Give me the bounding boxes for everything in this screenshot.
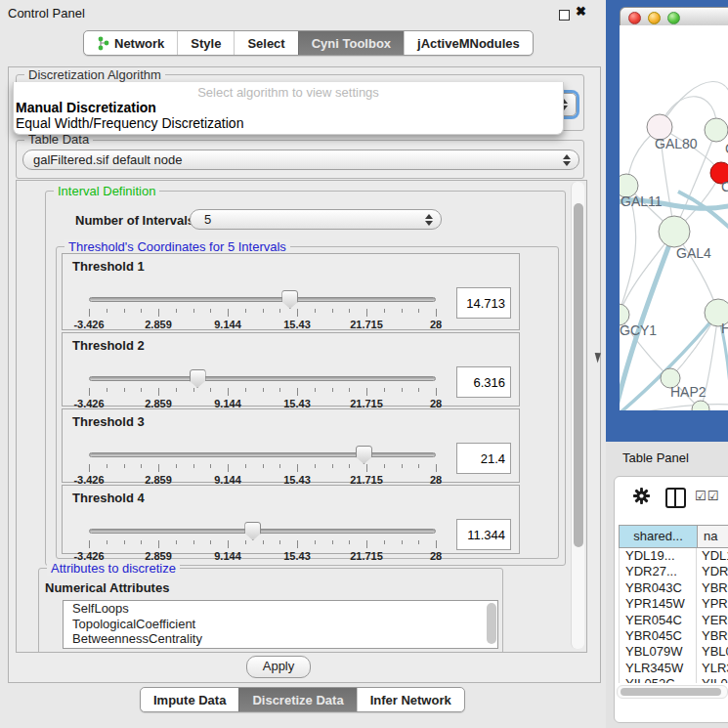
table-row[interactable]: YDL19...YDL1 xyxy=(620,548,728,564)
tab-style[interactable]: Style xyxy=(177,31,234,55)
network-graph: GAL80GGAL11CGAL4GCY1HHAP2 xyxy=(620,25,728,410)
table-row[interactable]: YER054CYER0 xyxy=(620,613,728,628)
table-data-combobox[interactable]: galFiltered.sif default node xyxy=(22,150,579,170)
slider-scale-label: 9.144 xyxy=(214,319,241,330)
node-label: GAL80 xyxy=(655,136,698,151)
column-header-name[interactable]: na xyxy=(698,526,728,547)
tab-jactivemnodules[interactable]: jActiveMNodules xyxy=(404,31,533,55)
table-row[interactable]: YBR045CYBR0 xyxy=(620,628,728,644)
settings-vertical-scrollbar[interactable] xyxy=(571,182,584,649)
slider-thumb[interactable] xyxy=(281,290,298,309)
slider-tick xyxy=(279,464,280,468)
slider-tick xyxy=(141,540,142,544)
slider-scale-label: 28 xyxy=(430,550,442,562)
tab-discretize-data[interactable]: Discretize Data xyxy=(238,688,356,711)
slider-tick xyxy=(332,388,333,392)
checkbox-filter-icons[interactable]: ☑☑ xyxy=(695,489,719,503)
slider-tick xyxy=(193,309,194,313)
network-window-titlebar[interactable] xyxy=(620,7,728,27)
tab-infer-network[interactable]: Infer Network xyxy=(357,688,464,711)
table-body[interactable]: YDL19...YDL1YDR27...YDR2YBR043CYBR0YPR14… xyxy=(619,548,728,683)
numerical-attributes-list[interactable]: SelfLoopsTopologicalCoefficientBetweenne… xyxy=(63,600,498,649)
node-label: GCY1 xyxy=(620,322,657,338)
slider-tick xyxy=(124,540,125,544)
threshold-slider[interactable]: -3.4262.8599.14415.4321.71528 xyxy=(89,445,436,486)
table-row[interactable]: YBL079WYBL0 xyxy=(620,644,728,660)
tab-impute-data[interactable]: Impute Data xyxy=(141,688,238,711)
network-node[interactable] xyxy=(705,118,728,142)
network-node-gal4[interactable] xyxy=(659,216,690,247)
scrollbar-thumb[interactable] xyxy=(574,203,583,547)
slider-tick xyxy=(158,464,159,472)
tab-select[interactable]: Select xyxy=(234,31,297,55)
threshold-value-field[interactable] xyxy=(456,287,511,319)
split-columns-icon[interactable] xyxy=(665,488,686,508)
dropdown-option[interactable]: Equal Width/Frequency Discretization xyxy=(14,115,563,131)
table-row[interactable]: YDR27...YDR2 xyxy=(620,564,728,579)
slider-tick xyxy=(279,309,280,313)
cell-shared-name: YDR27... xyxy=(620,564,697,579)
slider-track[interactable] xyxy=(89,297,436,302)
network-view-canvas[interactable]: GAL80GGAL11CGAL4GCY1HHAP2 xyxy=(620,25,728,410)
close-icon[interactable]: ✖ xyxy=(576,4,586,19)
slider-track[interactable] xyxy=(89,529,436,534)
zoom-traffic-light-icon[interactable] xyxy=(667,12,680,24)
threshold-slider[interactable]: -3.4262.8599.14415.4321.71528 xyxy=(89,368,436,409)
network-icon xyxy=(97,36,109,51)
threshold-slider[interactable]: -3.4262.8599.14415.4321.71528 xyxy=(89,521,436,562)
slider-tick xyxy=(158,309,159,317)
tab-label: Select xyxy=(247,36,284,51)
cell-shared-name: YBR043C xyxy=(620,580,697,596)
table-row[interactable]: YBR043CYBR0 xyxy=(620,580,728,596)
threshold-value-field[interactable] xyxy=(456,443,511,474)
slider-scale-label: 28 xyxy=(430,319,442,330)
slider-thumb[interactable] xyxy=(356,446,372,464)
cell-name: YER0 xyxy=(697,613,728,628)
slider-thumb[interactable] xyxy=(190,369,206,388)
threshold-panel: Threshold 4 -3.4262.8599.14415.4321.7152… xyxy=(62,485,520,554)
tab-cyni-toolbox[interactable]: Cyni Toolbox xyxy=(298,31,404,55)
scrollbar-thumb[interactable] xyxy=(621,688,721,696)
attribute-list-item[interactable]: TopologicalCoefficient xyxy=(64,617,497,632)
cell-shared-name: YBL079W xyxy=(620,644,697,660)
gear-icon[interactable] xyxy=(632,487,651,505)
table-row[interactable]: YPR145WYPR1 xyxy=(620,596,728,612)
table-row[interactable]: YLR345WYLR3 xyxy=(620,661,728,676)
threshold-slider[interactable]: -3.4262.8599.14415.4321.71528 xyxy=(89,289,436,330)
slider-tick xyxy=(279,540,280,544)
slider-track[interactable] xyxy=(89,452,436,457)
threshold-value-field[interactable] xyxy=(456,519,511,550)
slider-tick xyxy=(366,464,367,472)
slider-tick xyxy=(89,388,90,396)
table-horizontal-scrollbar[interactable] xyxy=(617,685,728,699)
slider-tick xyxy=(228,540,229,548)
attribute-list-item[interactable]: BetweennessCentrality xyxy=(64,631,497,647)
dropdown-option[interactable]: Manual Discretization xyxy=(14,100,563,115)
slider-tick xyxy=(158,388,159,396)
slider-tick xyxy=(141,388,142,392)
number-of-intervals-combobox[interactable]: 5 xyxy=(190,209,442,230)
thresholds-group-title: Threshold's Coordinates for 5 Intervals xyxy=(64,239,290,254)
tab-network[interactable]: Network xyxy=(84,31,177,55)
attributes-list-scrollbar[interactable] xyxy=(487,603,496,644)
close-traffic-light-icon[interactable] xyxy=(628,12,641,24)
network-node[interactable] xyxy=(692,401,709,410)
table-row[interactable]: YIL052CYIL0 xyxy=(620,676,728,683)
slider-tick xyxy=(228,309,229,317)
float-window-icon[interactable] xyxy=(559,10,570,21)
node-label: GAL4 xyxy=(676,245,711,261)
attribute-list-item[interactable]: SelfLoops xyxy=(64,601,497,617)
slider-tick xyxy=(297,464,298,472)
tab-label: Style xyxy=(191,36,221,51)
slider-tick xyxy=(384,540,385,544)
slider-tick xyxy=(384,388,385,392)
threshold-label: Threshold 3 xyxy=(72,414,145,429)
top-tab-bar: NetworkStyleSelectCyni ToolboxjActiveMNo… xyxy=(83,30,534,56)
minimize-traffic-light-icon[interactable] xyxy=(648,12,661,24)
cell-shared-name: YPR145W xyxy=(620,596,697,612)
threshold-value-field[interactable] xyxy=(456,366,511,398)
slider-track[interactable] xyxy=(89,376,436,381)
column-header-shared-name[interactable]: shared... xyxy=(620,526,698,547)
slider-thumb[interactable] xyxy=(244,522,261,540)
apply-button[interactable]: Apply xyxy=(246,656,311,678)
